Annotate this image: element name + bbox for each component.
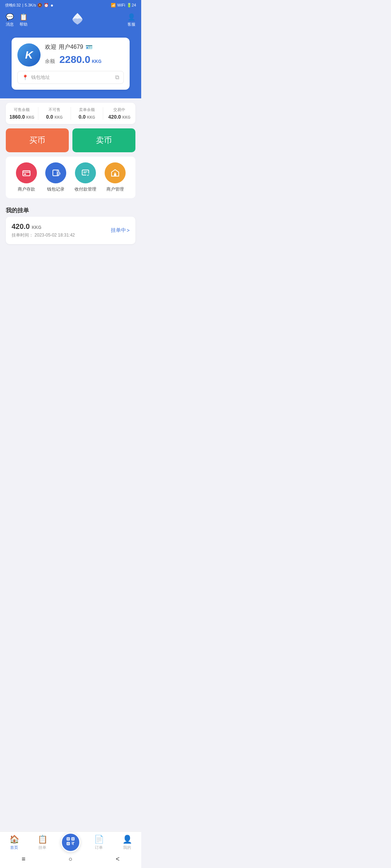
stat-sell-order-label: 卖单余额 [79,107,95,112]
buy-button[interactable]: 买币 [6,128,69,152]
user-avatar: K [17,43,41,67]
stat-sell-order-value: 0.0 KKG [79,114,95,120]
sell-button[interactable]: 卖币 [72,128,135,152]
user-id-icon: 🪪 [85,44,93,51]
func-payment-manage-label: 收付款管理 [75,186,96,192]
stat-available: 可售余额 1860.0 KKG [6,107,38,120]
order-card[interactable]: 420.0 KKG 挂单时间： 2023-05-02 18:31:42 挂单中 … [6,217,135,244]
signal-icon: 📶 [111,3,116,8]
user-card: K 欢迎 用户4679 🪪 余额 2280.0 KKG 📍 钱包地址 ⧉ [12,38,130,90]
status-time: 傍晚6:32 [5,3,21,8]
order-info: 420.0 KKG 挂单时间： 2023-05-02 18:31:42 [12,222,75,238]
status-right: 📶 WiFi 🔋24 [111,3,136,8]
status-bar: 傍晚6:32 | 5.3K/s 🔕 ⏰ ● 📶 WiFi 🔋24 [0,0,141,10]
status-speed: 5.3K/s [25,3,36,7]
stat-unsellable-label: 不可售 [49,107,60,112]
top-nav: 💬 消息 📋 帮助 👤 客服 [0,10,141,32]
wallet-address-bar[interactable]: 📍 钱包地址 ⧉ [17,71,124,84]
balance-label: 余额 [45,58,55,65]
wallet-address-placeholder: 钱包地址 [31,74,50,81]
stat-sell-order: 卖单余额 0.0 KKG [71,107,104,120]
nav-help[interactable]: 📋 帮助 [20,13,28,27]
svg-text:M: M [115,171,116,174]
nav-help-label: 帮助 [20,22,28,27]
function-grid: 商户存款 钱包记录 收付款管理 [6,157,135,198]
func-merchant-deposit[interactable]: 商户存款 [16,162,37,192]
help-icon: 📋 [20,13,28,21]
user-info: 欢迎 用户4679 🪪 余额 2280.0 KKG [45,43,124,65]
tiktok-icon: ● [50,3,53,8]
func-merchant-manage-label: 商户管理 [106,186,124,192]
stat-available-label: 可售余额 [14,107,30,112]
status-network: | [22,3,23,7]
svg-rect-1 [24,174,26,175]
merchant-deposit-icon [16,162,37,183]
stats-row: 可售余额 1860.0 KKG 不可售 0.0 KKG 卖单余额 0.0 KKG… [6,103,135,124]
alarm-icon: ⏰ [44,3,49,8]
stat-trading: 交易中 420.0 KKG [103,107,135,120]
merchant-manage-icon: M [105,162,126,183]
mute-icon: 🔕 [37,3,42,8]
user-card-top: K 欢迎 用户4679 🪪 余额 2280.0 KKG [17,43,124,67]
order-amount-unit: KKG [32,225,42,230]
my-orders-title: 我的挂单 [0,203,141,217]
func-wallet-record[interactable]: 钱包记录 [45,162,66,192]
order-time: 挂单时间： 2023-05-02 18:31:42 [12,232,75,238]
message-icon: 💬 [6,13,14,21]
nav-left: 💬 消息 📋 帮助 [6,13,28,27]
func-merchant-manage[interactable]: M 商户管理 [105,162,126,192]
wallet-icon: 📍 [22,75,28,80]
app-logo [70,12,85,28]
svg-rect-5 [114,174,116,176]
header-bg: K 欢迎 用户4679 🪪 余额 2280.0 KKG 📍 钱包地址 ⧉ [0,38,141,98]
stat-trading-value: 420.0 KKG [108,114,130,120]
nav-message[interactable]: 💬 消息 [6,13,14,27]
stat-trading-label: 交易中 [113,107,125,112]
func-wallet-record-label: 钱包记录 [47,186,64,192]
balance-unit: KKG [92,59,102,64]
payment-manage-icon [75,162,96,183]
action-buttons: 买币 卖币 [6,128,135,152]
battery-icon: 🔋24 [127,3,136,8]
stat-available-value: 1860.0 KKG [9,114,34,120]
order-status: 挂单中 > [111,227,130,234]
svg-rect-0 [23,171,30,176]
func-merchant-deposit-label: 商户存款 [18,186,35,192]
user-id: 用户4679 [59,43,83,51]
nav-service-label: 客服 [127,22,135,27]
service-icon: 👤 [127,13,135,21]
order-amount: 420.0 KKG [12,222,75,231]
stat-unsellable-value: 0.0 KKG [46,114,63,120]
func-payment-manage[interactable]: 收付款管理 [75,162,96,192]
nav-service[interactable]: 👤 客服 [127,13,135,27]
balance-row: 余额 2280.0 KKG [45,54,124,65]
copy-icon[interactable]: ⧉ [115,74,119,81]
stat-unsellable: 不可售 0.0 KKG [38,107,71,120]
wallet-record-icon [45,162,66,183]
user-welcome: 欢迎 用户4679 🪪 [45,43,124,51]
welcome-text: 欢迎 [45,43,56,51]
spacer [0,244,141,288]
nav-message-label: 消息 [6,22,14,27]
balance-value: 2280.0 [59,54,91,65]
status-left: 傍晚6:32 | 5.3K/s 🔕 ⏰ ● [5,3,53,8]
wifi-icon: WiFi [117,3,125,7]
